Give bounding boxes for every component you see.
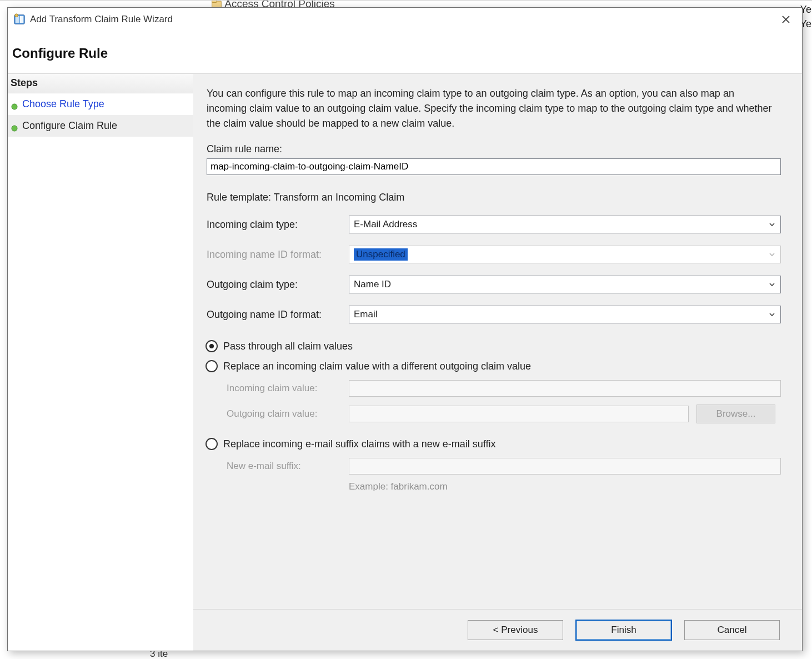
cancel-button[interactable]: Cancel <box>684 620 780 640</box>
close-button[interactable] <box>771 8 801 31</box>
incoming-claim-type-label: Incoming claim type: <box>207 219 349 231</box>
svg-point-6 <box>12 104 17 109</box>
step-label: Choose Rule Type <box>22 98 104 110</box>
incoming-claim-type-combo[interactable]: E-Mail Address <box>349 216 781 233</box>
finish-button[interactable]: Finish <box>575 620 672 641</box>
outgoing-claim-value-input <box>349 406 689 422</box>
svg-rect-4 <box>20 16 23 23</box>
wizard-icon <box>13 13 26 26</box>
combo-value: Unspecified <box>354 248 408 261</box>
claim-rule-name-input[interactable] <box>207 158 781 175</box>
outgoing-claim-type-label: Outgoing claim type: <box>207 279 349 291</box>
step-bullet-icon <box>11 123 18 129</box>
radio-label: Replace an incoming claim value with a d… <box>223 361 531 372</box>
radio-label: Replace incoming e-mail suffix claims wi… <box>223 438 496 450</box>
previous-button[interactable]: < Previous <box>468 620 563 640</box>
radio-icon <box>205 340 218 352</box>
radio-label: Pass through all claim values <box>223 341 353 352</box>
radio-icon <box>205 360 218 372</box>
titlebar: Add Transform Claim Rule Wizard <box>8 8 802 31</box>
browse-button: Browse... <box>696 405 775 423</box>
outgoing-name-id-format-label: Outgoing name ID format: <box>207 309 349 321</box>
step-choose-rule-type[interactable]: Choose Rule Type <box>8 93 193 115</box>
svg-rect-1 <box>212 0 217 2</box>
svg-point-7 <box>12 126 17 131</box>
combo-value: Email <box>354 309 378 320</box>
steps-header: Steps <box>8 73 193 93</box>
steps-sidebar: Steps Choose Rule Type Configure Claim R… <box>8 73 193 651</box>
radio-replace-value[interactable]: Replace an incoming claim value with a d… <box>205 360 785 372</box>
chevron-down-icon <box>764 276 780 293</box>
radio-icon <box>205 438 218 450</box>
incoming-claim-value-input <box>349 380 781 397</box>
window-title: Add Transform Claim Rule Wizard <box>30 14 771 25</box>
main-pane: You can configure this rule to map an in… <box>193 73 802 651</box>
chevron-down-icon <box>764 216 780 233</box>
chevron-down-icon <box>764 306 780 323</box>
wizard-dialog: Add Transform Claim Rule Wizard Configur… <box>7 7 803 651</box>
claim-rule-name-label: Claim rule name: <box>207 143 785 155</box>
page-heading: Configure Rule <box>10 46 802 61</box>
step-configure-claim-rule[interactable]: Configure Claim Rule <box>8 115 193 137</box>
intro-text: You can configure this rule to map an in… <box>207 86 773 131</box>
radio-replace-suffix[interactable]: Replace incoming e-mail suffix claims wi… <box>205 438 785 450</box>
svg-point-5 <box>15 14 18 17</box>
wizard-footer: < Previous Finish Cancel <box>193 609 802 651</box>
new-email-suffix-label: New e-mail suffix: <box>227 461 349 472</box>
new-email-suffix-input <box>349 458 781 475</box>
step-label: Configure Claim Rule <box>22 120 117 132</box>
rule-template-text: Rule template: Transform an Incoming Cla… <box>207 192 785 203</box>
outgoing-name-id-format-combo[interactable]: Email <box>349 306 781 323</box>
combo-value: E-Mail Address <box>354 219 417 230</box>
incoming-name-id-format-combo: Unspecified <box>349 246 781 263</box>
outgoing-claim-type-combo[interactable]: Name ID <box>349 276 781 293</box>
radio-pass-through[interactable]: Pass through all claim values <box>205 340 785 352</box>
example-text: Example: fabrikam.com <box>349 481 785 492</box>
incoming-name-id-format-label: Incoming name ID format: <box>207 249 349 261</box>
incoming-claim-value-label: Incoming claim value: <box>227 383 349 394</box>
outgoing-claim-value-label: Outgoing claim value: <box>227 408 349 420</box>
step-bullet-icon <box>11 101 18 108</box>
chevron-down-icon <box>764 246 780 263</box>
combo-value: Name ID <box>354 279 391 290</box>
